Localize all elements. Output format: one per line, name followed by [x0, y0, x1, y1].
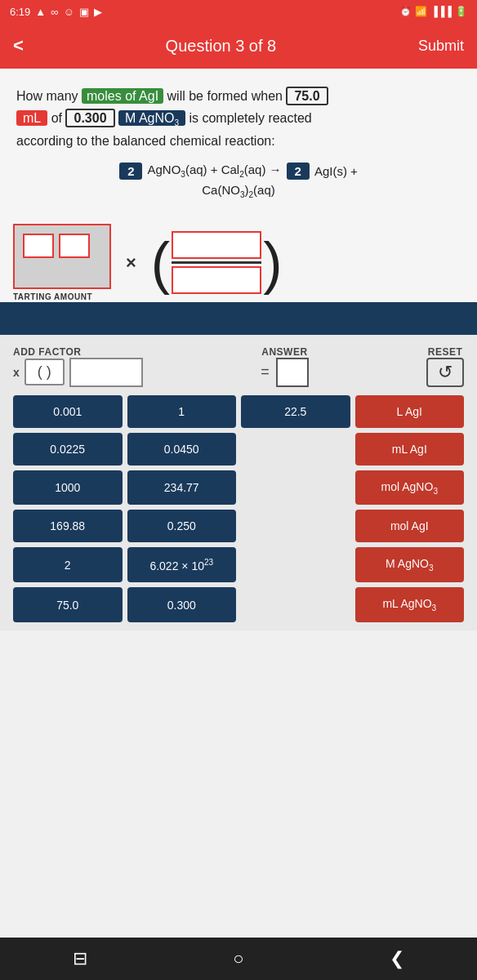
- numpad-btn[interactable]: 6.022 × 1023: [127, 547, 237, 582]
- eq-coef1: 2: [119, 163, 142, 180]
- status-bar: 6:19 ▲ ∞ ☺ ▣ ▶ ⏰ 📶 ▐▐▐ 🔋: [0, 0, 477, 23]
- starting-slot-right[interactable]: [59, 234, 90, 258]
- reset-label: RESET: [426, 346, 464, 358]
- bracket-left: (: [151, 234, 170, 292]
- numpad-btn[interactable]: mol AgI: [355, 510, 465, 542]
- dark-section: [0, 302, 477, 335]
- answer-label: ANSWER: [261, 346, 309, 358]
- numerator-slot[interactable]: [172, 231, 261, 259]
- alarm-icon: ⏰: [399, 6, 412, 17]
- eq-term2: AgI(s) +: [314, 164, 358, 178]
- times-symbol: ×: [126, 252, 136, 274]
- fraction-area: TARTING AMOUNT × ( ): [0, 212, 477, 302]
- numpad-btn[interactable]: 0.300: [127, 587, 237, 622]
- q-line1-pre: How many: [16, 89, 78, 103]
- highlight-0300: 0.300: [65, 109, 114, 127]
- numpad-btn[interactable]: mol AgNO3: [355, 470, 465, 506]
- numpad-btn[interactable]: 0.001: [13, 395, 123, 428]
- highlight-moles: moles of AgI: [82, 88, 163, 104]
- numpad-btn[interactable]: L AgI: [355, 395, 465, 428]
- numpad-btn[interactable]: 234.77: [127, 470, 237, 506]
- equation-row: 2 AgNO3(aq) + Cal2(aq) → 2 AgI(s) +: [16, 163, 461, 180]
- reset-group: RESET ↺: [426, 346, 464, 387]
- equals-sign: =: [261, 363, 270, 381]
- numpad-btn[interactable]: 0.0225: [13, 433, 123, 466]
- nav-home-icon[interactable]: ⊟: [73, 948, 87, 969]
- numpad-btn: [241, 587, 350, 622]
- numpad-btn[interactable]: M AgNO3: [355, 547, 465, 582]
- numpad-btn: [241, 470, 350, 506]
- headset-icon: ∞: [51, 6, 58, 18]
- numpad-btn: [241, 433, 350, 466]
- answer-area: =: [261, 358, 309, 387]
- starting-label: TARTING AMOUNT: [13, 292, 92, 301]
- question-area: How many moles of AgI will be formed whe…: [0, 69, 477, 212]
- numpad-btn[interactable]: 2: [13, 547, 123, 582]
- q-line3: according to the balanced chemical react…: [16, 134, 275, 148]
- numpad-btn[interactable]: 0.250: [127, 510, 237, 542]
- submit-button[interactable]: Submit: [418, 38, 464, 55]
- page-title: Question 3 of 8: [166, 37, 277, 56]
- nav-bar: ⊟ ○ ❮: [0, 938, 477, 980]
- time-display: 6:19: [10, 6, 30, 18]
- factor-parens-button[interactable]: ( ): [25, 359, 65, 385]
- highlight-75: 75.0: [286, 87, 328, 105]
- highlight-agno3: M AgNO3: [118, 110, 185, 126]
- calc-header-row: ADD FACTOR x ( ) ANSWER = RESET ↺: [13, 346, 464, 387]
- eq-term3: Ca(NO3)2(aq): [16, 183, 461, 199]
- numpad-btn[interactable]: 22.5: [241, 395, 350, 428]
- wifi-icon: 📶: [415, 6, 427, 17]
- alert-icon: ▲: [35, 6, 46, 18]
- image-icon: ▣: [79, 6, 89, 18]
- numpad-btn[interactable]: 1000: [13, 470, 123, 506]
- header: < Question 3 of 8 Submit: [0, 23, 477, 69]
- fraction-line: [172, 261, 261, 264]
- denominator-slot[interactable]: [172, 266, 261, 294]
- add-factor-group: ADD FACTOR x ( ): [13, 346, 143, 387]
- q-line1-mid: will be formed when: [167, 89, 283, 103]
- eq-term1: AgNO3(aq) + Cal2(aq) →: [147, 163, 281, 179]
- add-factor-area: x ( ): [13, 358, 143, 387]
- factor-input[interactable]: [69, 358, 143, 387]
- numpad-btn: [241, 510, 350, 542]
- answer-group: ANSWER =: [261, 346, 309, 387]
- battery-icon: 🔋: [455, 6, 467, 17]
- numpad-btn[interactable]: 75.0: [13, 587, 123, 622]
- numpad-btn[interactable]: 1: [127, 395, 237, 428]
- numpad-btn[interactable]: mL AgNO3: [355, 587, 465, 622]
- highlight-ml: mL: [16, 110, 47, 126]
- q-line2-end: is completely reacted: [189, 111, 311, 125]
- reset-button[interactable]: ↺: [426, 358, 464, 387]
- status-bar-right: ⏰ 📶 ▐▐▐ 🔋: [399, 6, 467, 17]
- add-factor-label: ADD FACTOR: [13, 346, 143, 358]
- nav-back-icon[interactable]: ❮: [390, 948, 404, 969]
- fractions-stack: [172, 229, 261, 296]
- fraction-group: ( ): [151, 229, 283, 296]
- play-icon: ▶: [94, 6, 102, 18]
- numpad-btn[interactable]: 0.0450: [127, 433, 237, 466]
- signal-icon: ▐▐▐: [430, 6, 452, 17]
- calculator-section: ADD FACTOR x ( ) ANSWER = RESET ↺ 0.0011…: [0, 335, 477, 630]
- numpad-btn[interactable]: mL AgI: [355, 433, 465, 466]
- answer-box[interactable]: [276, 358, 309, 387]
- numpad-btn: [241, 547, 350, 582]
- factor-x-label: x: [13, 366, 20, 379]
- nav-circle-icon[interactable]: ○: [233, 948, 243, 969]
- starting-amount-box: [13, 224, 111, 289]
- eq-coef2: 2: [287, 163, 310, 180]
- question-text: How many moles of AgI will be formed whe…: [16, 85, 461, 153]
- numpad-btn[interactable]: 169.88: [13, 510, 123, 542]
- q-of: of: [51, 111, 62, 125]
- face-icon: ☺: [63, 6, 74, 18]
- status-bar-left: 6:19 ▲ ∞ ☺ ▣ ▶: [10, 6, 102, 18]
- bracket-right: ): [263, 234, 282, 292]
- numpad: 0.001122.5L AgI0.02250.0450mL AgI1000234…: [13, 395, 464, 622]
- starting-slot-left[interactable]: [23, 234, 54, 258]
- back-button[interactable]: <: [13, 35, 24, 56]
